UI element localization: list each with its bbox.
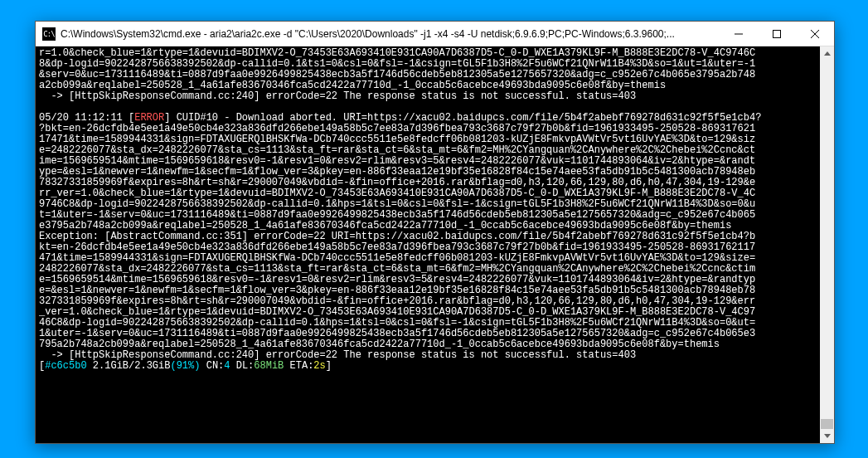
percent-complete: 91%	[177, 360, 195, 372]
log-line: ype=&esl=1&newver=1&newfm=1&secfm=1&flow…	[39, 166, 755, 178]
log-line: r=1.0&check_blue=1&rtype=1&devuid=BDIMXV…	[39, 47, 755, 59]
log-line: 2482226077&sta_dx=2482226077&sta_cs=1113…	[39, 263, 755, 275]
error-text: errorCode=22 The response status is not …	[266, 349, 636, 361]
cmd-icon: C:\	[42, 27, 56, 41]
scroll-down-button[interactable]	[820, 429, 834, 443]
log-line: 1&uter=-1&serv=0&uc=1731116489&ti=0887d9…	[39, 328, 755, 339]
svg-rect-1	[773, 30, 781, 37]
log-line: e=1569659514&mtime=1569659618&resv0=-1&r…	[39, 274, 755, 285]
log-line: 78327331859969f&expires=8h&rt=sh&r=29000…	[39, 177, 755, 188]
minimize-button[interactable]	[720, 22, 758, 46]
log-line: ?bkt=en-26dcfdb4e5ee1a49e50cb4e323a836df…	[39, 123, 755, 134]
log-line: 8&dp-logid=9022428756638392502&dp-callid…	[39, 58, 755, 70]
log-line: kt=en-26dcfdb4e5ee1a49e50cb4e323a836dfd2…	[39, 241, 755, 253]
connections-value: 4	[224, 360, 230, 372]
vertical-scrollbar[interactable]	[820, 46, 834, 443]
console-area[interactable]: r=1.0&check_blue=1&rtype=1&devuid=BDIMXV…	[36, 46, 834, 443]
window-title: C:\Windows\System32\cmd.exe - aria2\aria…	[61, 28, 720, 40]
log-line: 795a2b748a2cb099a&reqlabel=250528_1_4a61…	[39, 339, 720, 350]
log-line: 46C8&dp-logid=9022428756638392502&dp-cal…	[39, 317, 755, 329]
log-line: e=2482226077&sta_dx=2482226077&sta_cs=11…	[39, 144, 755, 156]
error-text: errorCode=22 The response status is not …	[266, 90, 636, 102]
titlebar[interactable]: C:\ C:\Windows\System32\cmd.exe - aria2\…	[36, 22, 834, 46]
log-line: -> [HttpSkipResponseCommand.cc:240]	[39, 90, 266, 102]
pct-open: (	[170, 360, 176, 372]
maximize-button[interactable]	[758, 22, 796, 46]
log-line: 9746C8&dp-logid=9022428756638392502&dp-c…	[39, 198, 755, 210]
log-line: t=1&uter=-1&serv=0&uc=1731116489&ti=0887…	[39, 209, 755, 221]
log-line: Exception: [AbstractCommand.cc:351] erro…	[39, 231, 755, 242]
total-size: /2.3GiB	[129, 360, 170, 372]
scrollbar-track[interactable]	[820, 61, 834, 429]
log-line: &serv=0&uc=1731116489&ti=0887d9faa0e9926…	[39, 69, 755, 80]
cmd-window: C:\ C:\Windows\System32\cmd.exe - aria2\…	[35, 21, 835, 444]
log-line: ime=1569659514&mtime=1569659618&resv0=-1…	[39, 155, 755, 167]
svg-marker-5	[824, 434, 831, 438]
console-output: r=1.0&check_blue=1&rtype=1&devuid=BDIMXV…	[36, 46, 820, 373]
log-line: 17471&time=1589944331&sign=FDTAXUGERQlBH…	[39, 134, 755, 145]
dl-label: DL:	[230, 360, 255, 372]
eta-value: 2s	[313, 360, 325, 372]
downloaded-size: 2.1GiB	[87, 360, 129, 372]
log-line: e3795a2b748a2cb099a&reqlabel=250528_1_4a…	[39, 220, 731, 231]
connections-label: CN:	[200, 360, 224, 372]
window-buttons	[720, 22, 834, 46]
log-line: a2cb099a&reqlabel=250528_1_4a61afe836703…	[39, 80, 666, 91]
log-line: e=&esl=1&newver=1&newfm=1&secfm=1&flow_v…	[39, 285, 755, 296]
log-line: -> [HttpSkipResponseCommand.cc:240]	[39, 349, 266, 361]
download-speed: 68MiB	[254, 360, 284, 372]
download-hash: #c6c5b0	[45, 360, 86, 372]
close-button[interactable]	[796, 22, 834, 46]
log-line: 327331859969f&expires=8h&rt=sh&r=2900070…	[39, 295, 755, 307]
log-line: rr_ver=1.0&check_blue=1&rtype=1&devuid=B…	[39, 188, 755, 199]
log-line: _ver=1.0&check_blue=1&rtype=1&devuid=BDI…	[39, 306, 755, 318]
timestamp: 05/20 11:12:11 [	[39, 112, 134, 124]
status-close-bracket: ]	[326, 360, 332, 372]
svg-marker-4	[824, 51, 831, 56]
eta-label: ETA:	[284, 360, 313, 372]
scroll-up-button[interactable]	[820, 46, 834, 61]
scrollbar-thumb[interactable]	[821, 419, 833, 429]
log-line: ] CUID#10 - Download aborted. URI=https:…	[164, 112, 761, 124]
log-line: 471&time=1589944331&sign=FDTAXUGERQlBHSK…	[39, 252, 755, 264]
error-level: ERROR	[134, 112, 164, 124]
